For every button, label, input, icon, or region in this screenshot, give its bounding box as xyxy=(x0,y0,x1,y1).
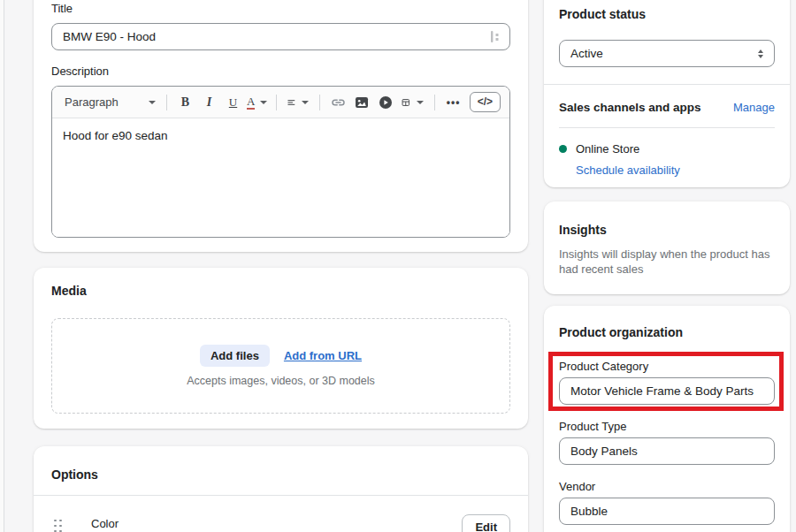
insert-table-button[interactable] xyxy=(402,92,424,113)
description-label: Description xyxy=(51,65,510,79)
add-files-button[interactable]: Add files xyxy=(200,345,270,367)
image-icon xyxy=(355,95,369,110)
media-hint: Accepts images, videos, or 3D models xyxy=(187,375,375,387)
insights-heading: Insights xyxy=(559,223,775,238)
channel-row: Online Store xyxy=(559,142,775,156)
description-text: Hood for e90 sedan xyxy=(63,129,168,142)
more-options-button[interactable]: ••• xyxy=(446,92,462,113)
page-left-edge xyxy=(0,0,4,532)
edit-option-button[interactable]: Edit xyxy=(462,514,510,532)
schedule-availability-link[interactable]: Schedule availability xyxy=(576,163,680,177)
chevron-down-icon xyxy=(260,101,267,104)
select-updown-icon xyxy=(758,49,763,58)
product-status-heading: Product status xyxy=(559,7,775,22)
description-editor: Paragraph B I U A xyxy=(51,86,510,238)
link-icon xyxy=(331,95,346,110)
italic-button[interactable]: I xyxy=(202,92,218,113)
media-card: Media Add files Add from URL Accepts ima… xyxy=(34,268,528,429)
code-icon: </> xyxy=(478,95,493,108)
divider xyxy=(34,495,528,496)
paragraph-style-label: Paragraph xyxy=(65,95,119,109)
insert-video-button[interactable] xyxy=(378,92,394,113)
product-status-select[interactable]: Active xyxy=(559,40,775,67)
underline-icon: U xyxy=(229,95,237,110)
divider xyxy=(559,127,775,128)
insights-body: Insights will display when the product h… xyxy=(559,247,775,277)
show-html-button[interactable]: </> xyxy=(470,92,501,112)
product-status-value: Active xyxy=(570,47,603,60)
vendor-input[interactable] xyxy=(559,498,775,525)
online-store-status-dot xyxy=(559,145,567,153)
underline-button[interactable]: U xyxy=(226,92,241,113)
italic-icon: I xyxy=(207,95,211,110)
text-color-icon: A xyxy=(247,95,255,110)
bold-button[interactable]: B xyxy=(178,92,194,113)
text-color-button[interactable]: A xyxy=(249,92,266,113)
product-detail-card: Title Description Paragraph B I U xyxy=(34,0,528,252)
chevron-down-icon xyxy=(417,101,424,104)
alignment-button[interactable] xyxy=(287,92,309,113)
vendor-label: Vendor xyxy=(559,480,775,493)
add-from-url-link[interactable]: Add from URL xyxy=(284,349,362,362)
product-category-label: Product Category xyxy=(559,360,775,373)
title-label: Title xyxy=(51,2,510,16)
insert-image-button[interactable] xyxy=(354,92,370,113)
insert-link-button[interactable] xyxy=(330,92,346,113)
bold-icon: B xyxy=(181,95,189,110)
toolbar-separator xyxy=(166,95,167,110)
media-heading: Media xyxy=(51,284,510,299)
toolbar-separator xyxy=(276,95,277,110)
options-card: Options Color Edit xyxy=(34,446,528,532)
description-textarea[interactable]: Hood for e90 sedan xyxy=(52,118,509,237)
more-dots-icon: ••• xyxy=(447,96,461,109)
channel-name: Online Store xyxy=(576,142,639,156)
align-left-icon xyxy=(287,96,295,109)
chevron-down-icon xyxy=(302,101,309,104)
divider xyxy=(544,84,790,85)
text-extension-icon xyxy=(489,30,501,43)
drag-handle-icon[interactable] xyxy=(54,520,62,532)
product-type-label: Product Type xyxy=(559,420,775,433)
sales-channels-heading: Sales channels and apps xyxy=(559,101,701,114)
toolbar-separator xyxy=(319,95,320,110)
title-input[interactable] xyxy=(51,23,510,50)
table-icon xyxy=(402,95,410,110)
video-play-icon xyxy=(379,95,393,110)
option-name: Color xyxy=(91,517,119,530)
manage-channels-link[interactable]: Manage xyxy=(733,101,775,114)
media-dropzone[interactable]: Add files Add from URL Accepts images, v… xyxy=(51,318,510,414)
options-heading: Options xyxy=(51,467,510,483)
product-status-card: Product status Active Sales channels and… xyxy=(544,0,790,187)
editor-toolbar: Paragraph B I U A xyxy=(52,87,509,118)
insights-card: Insights Insights will display when the … xyxy=(544,201,790,294)
paragraph-style-dropdown[interactable]: Paragraph xyxy=(65,95,156,109)
chevron-down-icon xyxy=(149,101,156,104)
option-row: Color Edit xyxy=(51,508,510,532)
product-organization-heading: Product organization xyxy=(559,325,775,340)
product-type-input[interactable] xyxy=(559,437,775,465)
product-category-input[interactable] xyxy=(559,377,775,405)
toolbar-separator xyxy=(434,95,435,110)
product-organization-card: Product organization Product Category Pr… xyxy=(544,306,790,532)
